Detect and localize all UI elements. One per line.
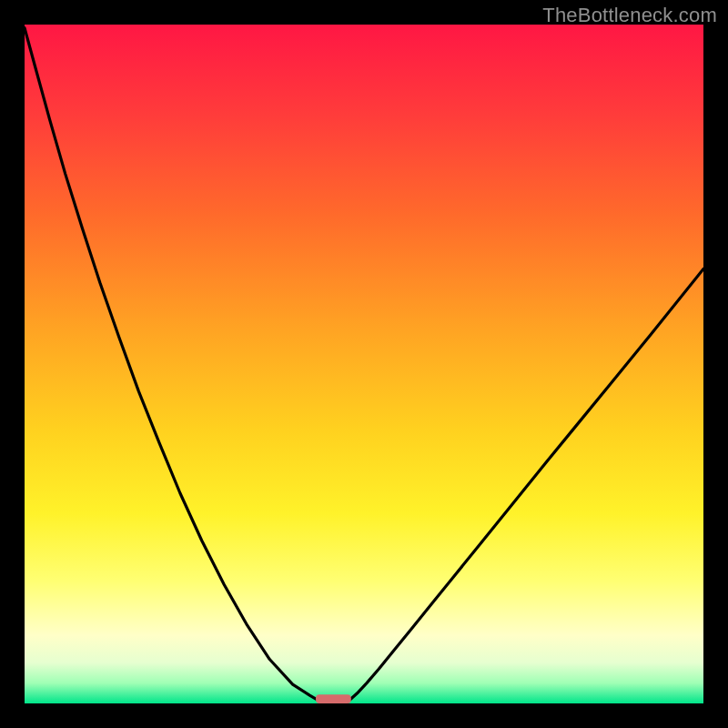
- plot-svg: [25, 25, 703, 703]
- watermark-text: TheBottleneck.com: [542, 4, 717, 27]
- bottom-marker: [316, 694, 351, 703]
- gradient-background: [25, 25, 703, 703]
- chart-frame: TheBottleneck.com: [0, 0, 728, 728]
- plot-area: [25, 25, 703, 703]
